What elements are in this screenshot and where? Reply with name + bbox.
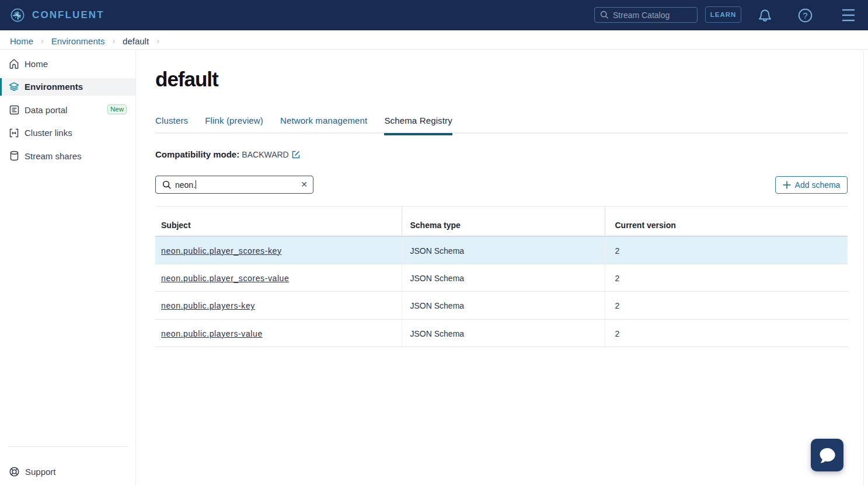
svg-text:?: ?: [803, 11, 807, 20]
